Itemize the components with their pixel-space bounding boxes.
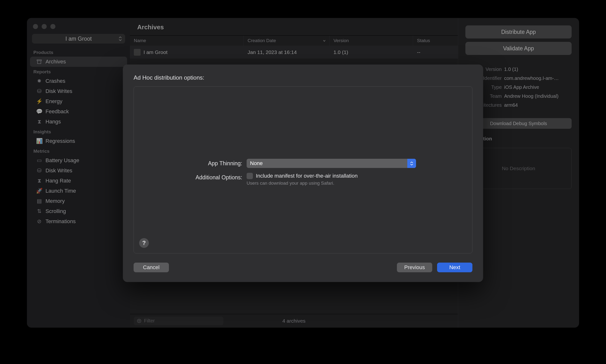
help-button[interactable]: ? — [139, 238, 149, 248]
app-thinning-value: None — [250, 160, 263, 167]
dialog-title: Ad Hoc distribution options: — [134, 74, 472, 81]
app-thinning-label: App Thinning: — [147, 159, 247, 167]
additional-options-label: Additional Options: — [147, 173, 247, 181]
previous-button[interactable]: Previous — [397, 263, 432, 272]
chevron-updown-icon — [407, 159, 416, 168]
manifest-checkbox[interactable] — [247, 173, 253, 179]
next-button[interactable]: Next — [437, 263, 472, 272]
manifest-label: Include manifest for over-the-air instal… — [256, 173, 358, 179]
adhoc-options-dialog: Ad Hoc distribution options: App Thinnin… — [123, 65, 483, 282]
dialog-footer: Cancel Previous Next — [134, 263, 472, 272]
manifest-hint: Users can download your app using Safari… — [247, 181, 459, 186]
organizer-window: I am Groot Products Archives Reports ✸Cr… — [27, 18, 579, 327]
cancel-button[interactable]: Cancel — [134, 263, 169, 272]
dialog-body: App Thinning: None Additional Options: — [134, 86, 472, 253]
app-thinning-select[interactable]: None — [247, 159, 416, 168]
